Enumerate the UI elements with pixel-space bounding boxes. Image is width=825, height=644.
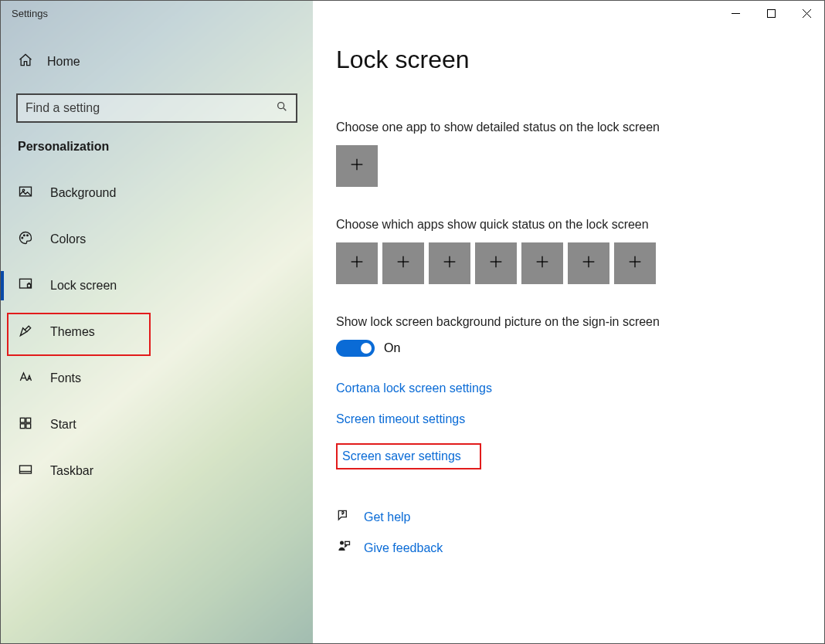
help-icon (336, 508, 351, 527)
plus-icon (487, 253, 504, 273)
start-icon (18, 415, 33, 434)
sidebar-item-themes[interactable]: Themes (1, 314, 313, 350)
feedback-icon (336, 539, 351, 558)
svg-rect-13 (20, 418, 25, 422)
section-title: Personalization (1, 140, 313, 154)
screen-saver-link[interactable]: Screen saver settings (342, 449, 461, 463)
sidebar-item-fonts[interactable]: Fonts (1, 361, 313, 396)
add-quick-app-button[interactable] (429, 242, 470, 284)
svg-rect-1 (767, 9, 775, 17)
sidebar-item-background[interactable]: Background (1, 175, 313, 211)
plus-icon (534, 253, 551, 273)
svg-point-8 (22, 237, 23, 239)
themes-icon (18, 323, 33, 341)
cortana-link[interactable]: Cortana lock screen settings (336, 381, 793, 395)
help-label: Get help (364, 510, 410, 524)
titlebar: Settings (1, 1, 824, 25)
add-quick-app-button[interactable] (382, 242, 424, 284)
maximize-button[interactable] (753, 1, 789, 25)
svg-point-4 (278, 103, 284, 109)
minimize-button[interactable] (718, 1, 753, 25)
window-controls (718, 1, 824, 25)
svg-rect-15 (20, 424, 25, 429)
svg-rect-14 (26, 418, 31, 422)
close-button[interactable] (789, 1, 824, 25)
search-input[interactable] (16, 93, 297, 123)
sidebar-item-label: Lock screen (50, 279, 117, 293)
taskbar-icon (18, 462, 33, 480)
plus-icon (626, 253, 643, 273)
sidebar-item-lock-screen[interactable]: Lock screen (1, 268, 313, 303)
detailed-status-label: Choose one app to show detailed status o… (336, 120, 793, 134)
plus-icon (348, 156, 365, 176)
quick-status-label: Choose which apps show quick status on t… (336, 218, 793, 232)
svg-rect-37 (345, 541, 350, 544)
sidebar-item-taskbar[interactable]: Taskbar (1, 453, 313, 489)
svg-line-5 (283, 108, 286, 110)
sidebar-item-label: Background (50, 186, 116, 200)
plus-icon (441, 253, 458, 273)
show-bg-label: Show lock screen background picture on t… (336, 315, 793, 329)
add-quick-app-button[interactable] (614, 242, 656, 284)
picture-icon (18, 184, 33, 202)
search-icon (276, 100, 288, 116)
svg-point-9 (24, 235, 25, 236)
quick-status-tiles (336, 242, 793, 284)
add-quick-app-button[interactable] (336, 242, 378, 284)
svg-point-10 (27, 235, 29, 236)
sidebar-item-label: Taskbar (50, 464, 93, 478)
screen-saver-highlight: Screen saver settings (336, 443, 481, 469)
svg-rect-17 (20, 466, 32, 473)
add-quick-app-button[interactable] (521, 242, 563, 284)
timeout-link[interactable]: Screen timeout settings (336, 412, 793, 426)
search-field[interactable] (25, 101, 276, 115)
detailed-status-tiles (336, 145, 793, 187)
sidebar-item-label: Fonts (50, 371, 81, 385)
page-title: Lock screen (336, 46, 793, 74)
plus-icon (395, 253, 412, 273)
plus-icon (580, 253, 597, 273)
home-icon (18, 53, 33, 71)
add-detailed-app-button[interactable] (336, 145, 378, 187)
add-quick-app-button[interactable] (568, 242, 609, 284)
home-button[interactable]: Home (1, 44, 313, 80)
lock-screen-icon (18, 276, 33, 295)
svg-point-36 (340, 541, 344, 545)
add-quick-app-button[interactable] (475, 242, 517, 284)
get-help-link[interactable]: Get help (336, 508, 793, 527)
home-label: Home (47, 55, 80, 69)
sidebar-item-label: Colors (50, 232, 86, 246)
palette-icon (18, 230, 33, 249)
content: Lock screen Choose one app to show detai… (313, 25, 824, 643)
sidebar-item-label: Start (50, 418, 76, 432)
show-bg-toggle[interactable] (336, 340, 375, 357)
sidebar-item-label: Themes (50, 325, 95, 339)
sidebar-item-start[interactable]: Start (1, 407, 313, 442)
feedback-label: Give feedback (364, 541, 443, 555)
settings-window: Settings Home (0, 0, 825, 644)
svg-rect-12 (28, 284, 31, 287)
svg-rect-16 (26, 424, 31, 429)
feedback-link[interactable]: Give feedback (336, 539, 793, 558)
window-title: Settings (12, 8, 48, 19)
nav: Background Colors Lock screen Themes Fon… (1, 175, 313, 500)
sidebar: Home Personalization Background (1, 25, 313, 643)
plus-icon (348, 253, 365, 273)
fonts-icon (18, 369, 33, 388)
sidebar-item-colors[interactable]: Colors (1, 222, 313, 257)
toggle-state: On (384, 341, 400, 355)
